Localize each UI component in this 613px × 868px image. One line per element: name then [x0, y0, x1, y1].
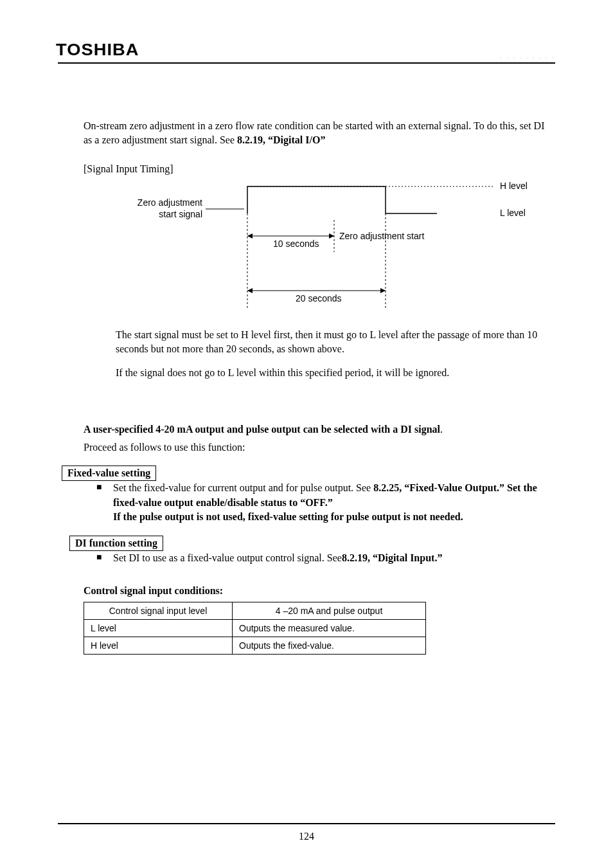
fv-line2: If the pulse output is not used, fixed-v… [113, 511, 463, 522]
table-row: L level Outputs the measured value. [84, 619, 426, 637]
table-header-row: Control signal input level 4 –20 mA and … [84, 602, 426, 619]
page: TOSHIBA . . . . . . . . . On-stream zero… [0, 0, 613, 868]
di-line-b: 8.2.19, “Digital Input.” [342, 552, 442, 563]
fv-line1a: Set the fixed-value for current output a… [113, 482, 373, 493]
td-1-1: Outputs the fixed-value. [233, 637, 426, 654]
twenty-sec-label: 20 seconds [296, 293, 342, 303]
intro-ref: 8.2.19, “Digital I/O” [237, 134, 325, 145]
svg-marker-10 [380, 288, 386, 293]
user-spec-line: A user-specified 4-20 mA output and puls… [84, 422, 555, 437]
timing-diagram: Zero adjustment start signal H level L l… [84, 175, 555, 323]
fixed-value-box: Fixed-value setting [62, 466, 156, 481]
proceed-line: Proceed as follows to use this function: [84, 440, 555, 455]
th-1: 4 –20 mA and pulse output [233, 602, 426, 619]
svg-marker-9 [247, 288, 253, 293]
note-1: The start signal must be set to H level … [116, 328, 555, 356]
timing-svg: Zero adjustment start signal H level L l… [84, 175, 572, 323]
td-0-1: Outputs the measured value. [233, 619, 426, 637]
table-title: Control signal input conditions: [84, 585, 555, 597]
signal-label-a: Zero adjustment [138, 197, 202, 208]
user-spec-tail: . [440, 424, 443, 435]
timing-heading: [Signal Input Timing] [84, 163, 555, 175]
di-line-a: Set DI to use as a fixed-value output co… [113, 552, 342, 563]
fixed-value-section: Fixed-value setting [58, 466, 555, 481]
ten-sec-label: 10 seconds [273, 239, 319, 249]
brand-logo: TOSHIBA [56, 40, 139, 60]
note-2: If the signal does not go to L level wit… [116, 366, 555, 380]
page-header: TOSHIBA . . . . . . . . . [58, 40, 555, 64]
header-right-marks: . . . . . . . . . [500, 52, 555, 60]
di-function-box: DI function setting [69, 536, 163, 551]
signal-label-b: start signal [159, 209, 202, 219]
user-spec-bold: A user-specified 4-20 mA output and puls… [84, 424, 440, 435]
svg-marker-5 [247, 233, 253, 239]
fixed-value-bullet: Set the fixed-value for current output a… [96, 481, 555, 524]
di-function-section: DI function setting [66, 536, 555, 551]
intro-paragraph: On-stream zero adjustment in a zero flow… [84, 119, 555, 147]
l-level-label: L level [500, 208, 526, 218]
h-level-label: H level [500, 181, 528, 191]
start-label: Zero adjustment start [339, 231, 424, 241]
th-0: Control signal input level [84, 602, 233, 619]
conditions-table: Control signal input level 4 –20 mA and … [84, 602, 426, 655]
di-function-bullet: Set DI to use as a fixed-value output co… [96, 551, 555, 565]
page-footer: 124 [58, 823, 555, 842]
table-row: H level Outputs the fixed-value. [84, 637, 426, 654]
svg-marker-6 [329, 233, 334, 239]
page-number: 124 [299, 831, 314, 842]
page-content: On-stream zero adjustment in a zero flow… [58, 64, 555, 655]
td-1-0: H level [84, 637, 233, 654]
td-0-0: L level [84, 619, 233, 637]
footer-rule [58, 823, 555, 824]
